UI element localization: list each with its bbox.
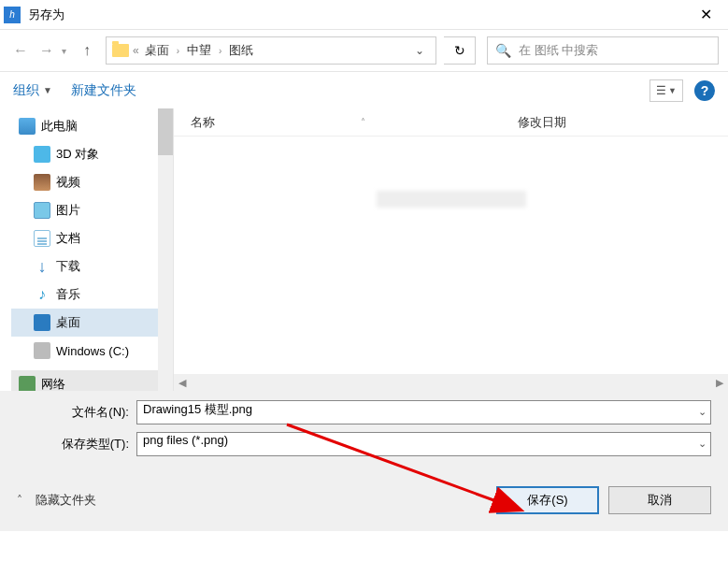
file-list-area: 名称˄ 修改日期 ◀ ▶ (174, 108, 728, 391)
history-dropdown[interactable]: ▾ (62, 46, 66, 56)
view-options-button[interactable]: ☰ ▼ (649, 79, 683, 102)
help-button[interactable]: ? (694, 80, 715, 101)
documents-icon (34, 230, 50, 247)
content-area: 此电脑 3D 对象 视频 图片 文档 ↓下载 ♪音乐 桌面 Windows (C… (0, 108, 728, 391)
downloads-icon: ↓ (34, 258, 50, 275)
forward-button[interactable]: → (36, 39, 58, 62)
refresh-button[interactable]: ↻ (444, 36, 476, 65)
tree-desktop[interactable]: 桌面 (11, 309, 159, 337)
breadcrumb-part[interactable]: 桌面 (145, 42, 169, 59)
footer: ˄ 隐藏文件夹 保存(S) 取消 (0, 469, 728, 531)
cancel-button[interactable]: 取消 (608, 486, 711, 514)
up-button[interactable]: ↑ (76, 39, 98, 62)
3d-icon (34, 146, 50, 163)
blurred-item (377, 191, 526, 208)
chevron-right-icon: › (219, 46, 221, 56)
tree-3d-objects[interactable]: 3D 对象 (11, 140, 159, 168)
back-button[interactable]: ← (9, 39, 32, 62)
network-icon (19, 376, 36, 391)
save-button[interactable]: 保存(S) (496, 486, 599, 514)
filename-label: 文件名(N): (17, 404, 129, 421)
new-folder-button[interactable]: 新建文件夹 (71, 82, 136, 99)
window-title: 另存为 (28, 7, 687, 23)
folder-icon (112, 44, 129, 57)
close-button[interactable]: ✕ (687, 0, 724, 30)
column-name[interactable]: 名称˄ (191, 114, 518, 131)
file-list[interactable] (174, 137, 728, 374)
tree-cdrive[interactable]: Windows (C:) (11, 337, 159, 365)
horizontal-scrollbar[interactable]: ◀ ▶ (174, 374, 728, 391)
filetype-select[interactable]: png files (*.png)⌄ (136, 432, 711, 456)
toolbar: 组织▼ 新建文件夹 ☰ ▼ ? (0, 71, 728, 108)
dropdown-icon[interactable]: ⌄ (698, 438, 707, 450)
sidebar: 此电脑 3D 对象 视频 图片 文档 ↓下载 ♪音乐 桌面 Windows (C… (0, 108, 174, 391)
filetype-label: 保存类型(T): (17, 436, 129, 453)
breadcrumb-part[interactable]: 中望 (187, 42, 211, 59)
breadcrumb-overflow[interactable]: « (133, 44, 139, 57)
field-panel: 文件名(N): Drawing15 模型.png⌄ 保存类型(T): png f… (0, 391, 728, 469)
tree-downloads[interactable]: ↓下载 (11, 252, 159, 280)
address-dropdown[interactable]: ⌄ (409, 44, 430, 57)
disk-icon (34, 342, 50, 359)
sidebar-scrollbar[interactable] (158, 108, 173, 391)
music-icon: ♪ (34, 286, 50, 303)
navbar: ← → ▾ ↑ « 桌面 › 中望 › 图纸 ⌄ ↻ 🔍 在 图纸 中搜索 (0, 30, 728, 71)
app-icon: h (4, 7, 21, 23)
tree-network[interactable]: 网络 (11, 370, 159, 391)
scroll-right-icon[interactable]: ▶ (711, 377, 728, 389)
organize-menu[interactable]: 组织▼ (13, 82, 52, 99)
search-input[interactable]: 🔍 在 图纸 中搜索 (487, 36, 719, 65)
desktop-icon (34, 314, 50, 331)
video-icon (34, 174, 50, 191)
pc-icon (19, 118, 36, 135)
tree-videos[interactable]: 视频 (11, 168, 159, 196)
column-date[interactable]: 修改日期 (518, 114, 566, 131)
tree-documents[interactable]: 文档 (11, 224, 159, 252)
breadcrumb-part[interactable]: 图纸 (229, 42, 253, 59)
hide-folders-toggle[interactable]: 隐藏文件夹 (36, 492, 487, 509)
filename-input[interactable]: Drawing15 模型.png⌄ (136, 400, 711, 424)
tree-pictures[interactable]: 图片 (11, 196, 159, 224)
tree-music[interactable]: ♪音乐 (11, 280, 159, 309)
dropdown-icon[interactable]: ⌄ (698, 406, 707, 418)
search-placeholder: 在 图纸 中搜索 (519, 42, 598, 59)
expand-icon[interactable]: ˄ (17, 494, 22, 507)
chevron-right-icon: › (177, 46, 179, 56)
scroll-left-icon[interactable]: ◀ (174, 377, 191, 389)
search-icon: 🔍 (495, 43, 511, 58)
file-header: 名称˄ 修改日期 (174, 108, 728, 137)
pictures-icon (34, 202, 50, 219)
tree-this-pc[interactable]: 此电脑 (11, 112, 159, 140)
titlebar: h 另存为 ✕ (0, 0, 728, 30)
address-bar[interactable]: « 桌面 › 中望 › 图纸 ⌄ (106, 36, 436, 65)
